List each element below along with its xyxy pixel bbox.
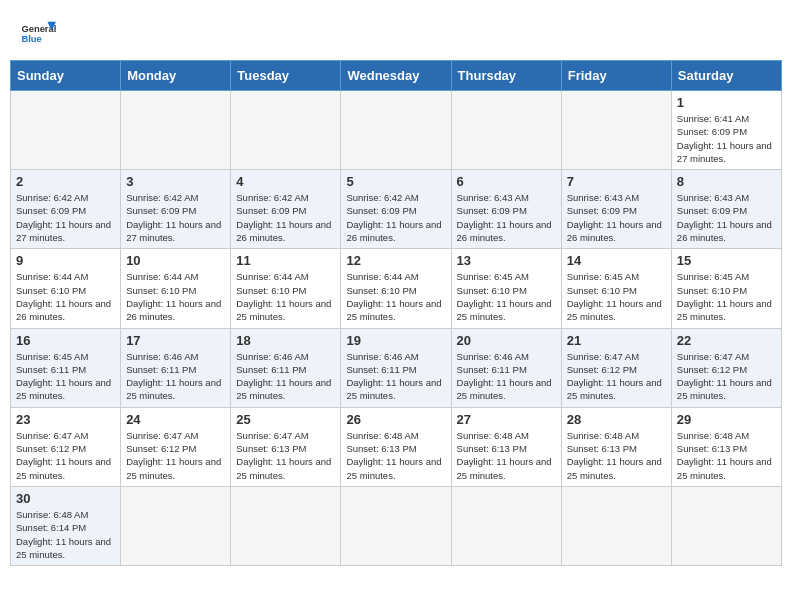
weekday-thursday: Thursday [451,61,561,91]
calendar-cell: 16Sunrise: 6:45 AMSunset: 6:11 PMDayligh… [11,328,121,407]
weekday-header-row: SundayMondayTuesdayWednesdayThursdayFrid… [11,61,782,91]
day-info: Sunrise: 6:46 AMSunset: 6:11 PMDaylight:… [457,350,556,403]
day-info: Sunrise: 6:46 AMSunset: 6:11 PMDaylight:… [236,350,335,403]
calendar-cell: 29Sunrise: 6:48 AMSunset: 6:13 PMDayligh… [671,407,781,486]
day-info: Sunrise: 6:44 AMSunset: 6:10 PMDaylight:… [16,270,115,323]
calendar-cell: 10Sunrise: 6:44 AMSunset: 6:10 PMDayligh… [121,249,231,328]
calendar-cell [121,91,231,170]
calendar-cell: 13Sunrise: 6:45 AMSunset: 6:10 PMDayligh… [451,249,561,328]
day-number: 26 [346,412,445,427]
weekday-monday: Monday [121,61,231,91]
calendar-wrapper: SundayMondayTuesdayWednesdayThursdayFrid… [0,60,792,576]
calendar-cell: 18Sunrise: 6:46 AMSunset: 6:11 PMDayligh… [231,328,341,407]
day-info: Sunrise: 6:42 AMSunset: 6:09 PMDaylight:… [126,191,225,244]
day-info: Sunrise: 6:47 AMSunset: 6:12 PMDaylight:… [16,429,115,482]
day-number: 14 [567,253,666,268]
calendar-cell: 30Sunrise: 6:48 AMSunset: 6:14 PMDayligh… [11,486,121,565]
day-info: Sunrise: 6:44 AMSunset: 6:10 PMDaylight:… [126,270,225,323]
day-number: 4 [236,174,335,189]
day-number: 17 [126,333,225,348]
calendar-cell: 4Sunrise: 6:42 AMSunset: 6:09 PMDaylight… [231,170,341,249]
calendar-cell: 12Sunrise: 6:44 AMSunset: 6:10 PMDayligh… [341,249,451,328]
day-info: Sunrise: 6:45 AMSunset: 6:10 PMDaylight:… [457,270,556,323]
day-info: Sunrise: 6:48 AMSunset: 6:13 PMDaylight:… [346,429,445,482]
calendar-body: 1Sunrise: 6:41 AMSunset: 6:09 PMDaylight… [11,91,782,566]
day-number: 16 [16,333,115,348]
day-info: Sunrise: 6:47 AMSunset: 6:13 PMDaylight:… [236,429,335,482]
calendar-cell [451,91,561,170]
calendar-cell: 22Sunrise: 6:47 AMSunset: 6:12 PMDayligh… [671,328,781,407]
day-number: 30 [16,491,115,506]
calendar-cell: 23Sunrise: 6:47 AMSunset: 6:12 PMDayligh… [11,407,121,486]
calendar-cell: 26Sunrise: 6:48 AMSunset: 6:13 PMDayligh… [341,407,451,486]
day-number: 25 [236,412,335,427]
day-number: 21 [567,333,666,348]
calendar-cell: 19Sunrise: 6:46 AMSunset: 6:11 PMDayligh… [341,328,451,407]
day-info: Sunrise: 6:45 AMSunset: 6:10 PMDaylight:… [677,270,776,323]
day-number: 11 [236,253,335,268]
calendar-cell: 25Sunrise: 6:47 AMSunset: 6:13 PMDayligh… [231,407,341,486]
day-info: Sunrise: 6:48 AMSunset: 6:13 PMDaylight:… [567,429,666,482]
day-number: 12 [346,253,445,268]
day-info: Sunrise: 6:45 AMSunset: 6:10 PMDaylight:… [567,270,666,323]
day-number: 13 [457,253,556,268]
day-info: Sunrise: 6:48 AMSunset: 6:13 PMDaylight:… [457,429,556,482]
calendar-cell [121,486,231,565]
calendar-cell [561,486,671,565]
day-number: 22 [677,333,776,348]
calendar-cell: 6Sunrise: 6:43 AMSunset: 6:09 PMDaylight… [451,170,561,249]
day-info: Sunrise: 6:42 AMSunset: 6:09 PMDaylight:… [346,191,445,244]
calendar-cell: 1Sunrise: 6:41 AMSunset: 6:09 PMDaylight… [671,91,781,170]
calendar-cell: 21Sunrise: 6:47 AMSunset: 6:12 PMDayligh… [561,328,671,407]
calendar-cell: 11Sunrise: 6:44 AMSunset: 6:10 PMDayligh… [231,249,341,328]
day-info: Sunrise: 6:42 AMSunset: 6:09 PMDaylight:… [236,191,335,244]
calendar-cell [231,91,341,170]
day-info: Sunrise: 6:43 AMSunset: 6:09 PMDaylight:… [677,191,776,244]
day-number: 7 [567,174,666,189]
day-number: 28 [567,412,666,427]
calendar-cell [671,486,781,565]
calendar-cell: 8Sunrise: 6:43 AMSunset: 6:09 PMDaylight… [671,170,781,249]
day-number: 23 [16,412,115,427]
day-info: Sunrise: 6:47 AMSunset: 6:12 PMDaylight:… [677,350,776,403]
calendar-week-5: 30Sunrise: 6:48 AMSunset: 6:14 PMDayligh… [11,486,782,565]
calendar-cell: 20Sunrise: 6:46 AMSunset: 6:11 PMDayligh… [451,328,561,407]
calendar-cell [561,91,671,170]
calendar-week-3: 16Sunrise: 6:45 AMSunset: 6:11 PMDayligh… [11,328,782,407]
day-number: 6 [457,174,556,189]
calendar-cell: 17Sunrise: 6:46 AMSunset: 6:11 PMDayligh… [121,328,231,407]
weekday-tuesday: Tuesday [231,61,341,91]
calendar-cell [11,91,121,170]
day-info: Sunrise: 6:46 AMSunset: 6:11 PMDaylight:… [346,350,445,403]
calendar-cell [451,486,561,565]
weekday-saturday: Saturday [671,61,781,91]
calendar-cell: 3Sunrise: 6:42 AMSunset: 6:09 PMDaylight… [121,170,231,249]
svg-text:Blue: Blue [21,34,41,44]
day-number: 3 [126,174,225,189]
calendar-cell [341,486,451,565]
calendar-week-1: 2Sunrise: 6:42 AMSunset: 6:09 PMDaylight… [11,170,782,249]
calendar-week-0: 1Sunrise: 6:41 AMSunset: 6:09 PMDaylight… [11,91,782,170]
calendar-cell: 5Sunrise: 6:42 AMSunset: 6:09 PMDaylight… [341,170,451,249]
calendar-cell: 14Sunrise: 6:45 AMSunset: 6:10 PMDayligh… [561,249,671,328]
calendar-cell: 9Sunrise: 6:44 AMSunset: 6:10 PMDaylight… [11,249,121,328]
day-number: 9 [16,253,115,268]
calendar-cell: 28Sunrise: 6:48 AMSunset: 6:13 PMDayligh… [561,407,671,486]
calendar-header: SundayMondayTuesdayWednesdayThursdayFrid… [11,61,782,91]
day-number: 10 [126,253,225,268]
calendar-cell: 2Sunrise: 6:42 AMSunset: 6:09 PMDaylight… [11,170,121,249]
page-header: General Blue [0,0,792,60]
day-info: Sunrise: 6:44 AMSunset: 6:10 PMDaylight:… [236,270,335,323]
day-info: Sunrise: 6:47 AMSunset: 6:12 PMDaylight:… [126,429,225,482]
day-number: 29 [677,412,776,427]
logo-icon: General Blue [20,16,56,52]
logo: General Blue [20,16,56,52]
day-info: Sunrise: 6:44 AMSunset: 6:10 PMDaylight:… [346,270,445,323]
day-number: 5 [346,174,445,189]
day-number: 8 [677,174,776,189]
weekday-wednesday: Wednesday [341,61,451,91]
day-info: Sunrise: 6:43 AMSunset: 6:09 PMDaylight:… [567,191,666,244]
calendar-cell [231,486,341,565]
calendar-week-2: 9Sunrise: 6:44 AMSunset: 6:10 PMDaylight… [11,249,782,328]
calendar-cell: 27Sunrise: 6:48 AMSunset: 6:13 PMDayligh… [451,407,561,486]
